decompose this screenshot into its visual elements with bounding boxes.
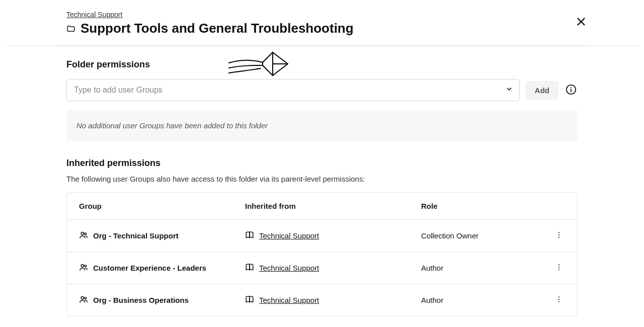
more-vertical-icon: [555, 297, 563, 305]
table-header: Group Inherited from Role: [67, 193, 577, 220]
info-icon: [566, 84, 577, 97]
user-group-select[interactable]: [66, 79, 520, 101]
inherited-from-link[interactable]: Technical Support: [259, 296, 319, 304]
svg-point-7: [558, 232, 559, 233]
group-name: Org - Technical Support: [93, 231, 179, 240]
svg-point-19: [558, 301, 559, 302]
column-header-from: Inherited from: [245, 202, 421, 210]
svg-point-5: [81, 232, 84, 234]
book-icon: [245, 230, 254, 241]
role-value: Author: [421, 264, 443, 272]
page-title: Support Tools and General Troubleshootin…: [80, 21, 354, 36]
people-icon: [79, 295, 88, 305]
svg-point-9: [558, 236, 559, 237]
info-button[interactable]: [565, 83, 578, 98]
column-header-group: Group: [79, 202, 245, 210]
row-actions-button[interactable]: [553, 261, 565, 275]
role-value: Collection Owner: [421, 231, 478, 240]
row-actions-button[interactable]: [553, 229, 565, 242]
svg-point-6: [85, 233, 87, 235]
svg-point-17: [558, 296, 559, 297]
table-row: Org - Business Operations Technical Supp…: [67, 284, 577, 316]
breadcrumb-parent[interactable]: Technical Support: [66, 11, 122, 19]
svg-point-12: [558, 264, 559, 265]
svg-point-18: [558, 299, 559, 300]
role-value: Author: [421, 296, 443, 304]
svg-point-8: [558, 234, 559, 235]
inherited-permissions-description: The following user Groups also have acce…: [66, 175, 578, 183]
table-row: Customer Experience - Leaders Technical …: [67, 252, 577, 284]
column-header-role: Role: [421, 202, 550, 210]
inherited-from-link[interactable]: Technical Support: [259, 264, 319, 272]
svg-point-11: [85, 265, 87, 267]
folder-permissions-heading: Folder permissions: [66, 59, 578, 70]
svg-point-13: [558, 267, 559, 268]
inherited-from-link[interactable]: Technical Support: [259, 231, 319, 240]
user-group-input[interactable]: [66, 79, 520, 101]
folder-icon: [66, 24, 75, 33]
close-icon: [576, 21, 587, 29]
inherited-permissions-heading: Inherited permissions: [66, 158, 578, 169]
svg-point-14: [558, 269, 559, 270]
book-icon: [245, 263, 254, 273]
people-icon: [79, 263, 88, 273]
empty-state-message: No additional user Groups have been adde…: [66, 110, 578, 141]
more-vertical-icon: [555, 233, 563, 240]
table-row: Org - Technical Support Technical Suppor…: [67, 220, 577, 252]
add-button[interactable]: Add: [526, 81, 558, 100]
close-button[interactable]: [574, 14, 589, 31]
svg-point-16: [85, 297, 87, 299]
page-header: Technical Support Support Tools and Gene…: [55, 10, 589, 46]
svg-point-10: [81, 264, 84, 267]
svg-point-15: [81, 296, 84, 299]
group-name: Org - Business Operations: [93, 296, 189, 304]
row-actions-button[interactable]: [553, 293, 565, 307]
book-icon: [245, 295, 254, 305]
people-icon: [79, 230, 88, 241]
more-vertical-icon: [555, 265, 563, 273]
svg-point-4: [571, 87, 572, 88]
inherited-permissions-table: Group Inherited from Role: [66, 192, 578, 316]
group-name: Customer Experience - Leaders: [93, 264, 206, 272]
